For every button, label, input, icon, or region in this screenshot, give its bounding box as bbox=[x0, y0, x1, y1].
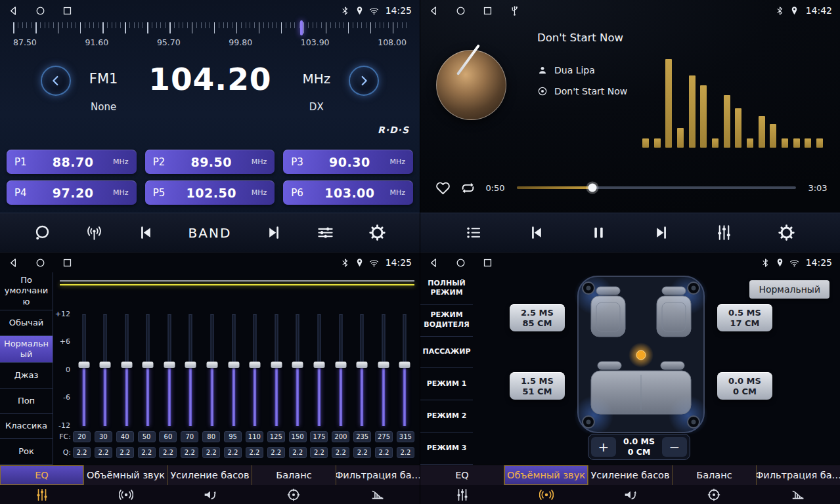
eq-slider-handle[interactable] bbox=[100, 362, 111, 368]
eq-preset-rock[interactable]: Рок bbox=[0, 439, 53, 465]
mode-driver[interactable]: РЕЖИМ ВОДИТЕЛЯ bbox=[420, 304, 473, 337]
delay-increase-button[interactable]: + bbox=[591, 437, 616, 457]
favorite-button[interactable] bbox=[435, 180, 451, 196]
eq-preset-pop[interactable]: Поп bbox=[0, 388, 53, 414]
eq-band-slider[interactable] bbox=[203, 314, 222, 426]
next-track-button[interactable] bbox=[653, 224, 671, 242]
eq-preset-default[interactable]: По умолчанию bbox=[0, 272, 53, 310]
eq-slider-handle[interactable] bbox=[143, 362, 154, 368]
broadcast-button[interactable] bbox=[85, 224, 103, 242]
next-station-button[interactable] bbox=[265, 224, 283, 242]
preset-button-p1[interactable]: P1 88.70 MHz bbox=[7, 150, 137, 174]
eq-band-slider[interactable] bbox=[246, 314, 265, 426]
back-icon[interactable] bbox=[8, 257, 19, 268]
mode-1[interactable]: РЕЖИМ 1 bbox=[420, 368, 473, 400]
eq-slider-handle[interactable] bbox=[399, 362, 410, 368]
tune-up-button[interactable] bbox=[349, 66, 379, 96]
progress-bar[interactable] bbox=[517, 186, 796, 189]
tab-bass-boost[interactable]: Усиление басов bbox=[588, 465, 673, 485]
filter-tab-icon[interactable] bbox=[756, 488, 840, 502]
tab-filter[interactable]: Фильтрация ба… bbox=[757, 465, 840, 485]
settings-button[interactable] bbox=[778, 224, 795, 242]
eq-preset-classic[interactable]: Классика bbox=[0, 414, 53, 440]
eq-preset-normal[interactable]: Нормальный bbox=[0, 336, 53, 364]
tab-balance[interactable]: Баланс bbox=[673, 465, 757, 485]
tab-eq[interactable]: EQ bbox=[0, 465, 84, 485]
tab-balance[interactable]: Баланс bbox=[252, 465, 336, 485]
previous-station-button[interactable] bbox=[137, 224, 154, 242]
eq-band-slider[interactable] bbox=[181, 314, 200, 426]
eq-band-slider[interactable] bbox=[224, 314, 243, 426]
eq-band-slider[interactable] bbox=[139, 314, 158, 426]
bass-boost-tab-icon[interactable] bbox=[168, 488, 252, 502]
soundfield-preset-button[interactable]: Нормальный bbox=[749, 280, 829, 299]
surround-tab-icon[interactable] bbox=[504, 488, 588, 502]
eq-band-slider[interactable] bbox=[160, 314, 179, 426]
mode-passenger[interactable]: ПАССАЖИР bbox=[420, 337, 473, 369]
eq-band-slider[interactable] bbox=[395, 314, 414, 426]
frequency-scale[interactable]: 87.50 91.60 95.70 99.80 103.90 108.00 bbox=[13, 22, 407, 54]
eq-slider-handle[interactable] bbox=[250, 362, 261, 368]
eq-band-slider[interactable] bbox=[288, 314, 307, 426]
eq-band-slider[interactable] bbox=[310, 314, 329, 426]
tab-eq[interactable]: EQ bbox=[420, 465, 504, 485]
eq-slider-handle[interactable] bbox=[121, 362, 132, 368]
preset-button-p5[interactable]: P5 102.50 MHz bbox=[145, 180, 275, 205]
balance-tab-icon[interactable] bbox=[672, 488, 756, 502]
delay-decrease-button[interactable]: − bbox=[662, 437, 687, 457]
bass-boost-tab-icon[interactable] bbox=[588, 488, 673, 502]
preset-button-p3[interactable]: P3 90.30 MHz bbox=[283, 150, 413, 174]
home-icon[interactable] bbox=[35, 5, 46, 16]
recents-icon[interactable] bbox=[62, 5, 73, 16]
preset-button-p4[interactable]: P4 97.20 MHz bbox=[7, 180, 137, 205]
eq-slider-handle[interactable] bbox=[164, 362, 175, 368]
tab-surround[interactable]: Объёмный звук bbox=[84, 465, 168, 485]
home-icon[interactable] bbox=[35, 257, 46, 268]
eq-slider-handle[interactable] bbox=[357, 362, 368, 368]
eq-slider-handle[interactable] bbox=[185, 362, 196, 368]
recents-icon[interactable] bbox=[62, 257, 73, 268]
eq-slider-handle[interactable] bbox=[207, 362, 218, 368]
band-button[interactable]: BAND bbox=[188, 225, 232, 241]
home-icon[interactable] bbox=[455, 257, 466, 268]
recents-icon[interactable] bbox=[482, 257, 493, 268]
filter-tab-icon[interactable] bbox=[336, 488, 420, 502]
tab-bass-boost[interactable]: Усиление басов bbox=[168, 465, 252, 485]
tab-filter[interactable]: Фильтрация ба… bbox=[336, 465, 420, 485]
eq-band-slider[interactable] bbox=[96, 314, 115, 426]
back-icon[interactable] bbox=[8, 5, 19, 16]
previous-track-button[interactable] bbox=[527, 224, 545, 242]
home-icon[interactable] bbox=[455, 5, 466, 16]
eq-slider-handle[interactable] bbox=[314, 362, 325, 368]
back-icon[interactable] bbox=[428, 5, 439, 16]
preset-button-p6[interactable]: P6 103.00 MHz bbox=[283, 180, 413, 205]
eq-band-slider[interactable] bbox=[74, 314, 93, 426]
back-icon[interactable] bbox=[428, 257, 439, 268]
scan-button[interactable] bbox=[33, 224, 51, 242]
tune-down-button[interactable] bbox=[41, 66, 71, 96]
eq-slider-handle[interactable] bbox=[78, 362, 89, 368]
tab-surround[interactable]: Объёмный звук bbox=[504, 465, 588, 485]
surround-tab-icon[interactable] bbox=[84, 488, 168, 502]
preset-button-p2[interactable]: P2 89.50 MHz bbox=[145, 150, 275, 174]
eq-band-slider[interactable] bbox=[353, 314, 372, 426]
balance-tab-icon[interactable] bbox=[252, 488, 336, 502]
eq-tab-icon[interactable] bbox=[420, 488, 504, 502]
mode-2[interactable]: РЕЖИМ 2 bbox=[420, 400, 473, 432]
recents-icon[interactable] bbox=[482, 5, 493, 16]
eq-band-slider[interactable] bbox=[374, 314, 393, 426]
eq-tab-icon[interactable] bbox=[0, 488, 84, 502]
eq-slider-handle[interactable] bbox=[271, 362, 282, 368]
eq-band-slider[interactable] bbox=[267, 314, 286, 426]
mode-full[interactable]: ПОЛНЫЙ РЕЖИМ bbox=[420, 272, 473, 304]
repeat-button[interactable] bbox=[460, 180, 476, 196]
audio-settings-button[interactable] bbox=[715, 224, 733, 242]
eq-preset-jazz[interactable]: Джаз bbox=[0, 363, 53, 388]
mode-3[interactable]: РЕЖИМ 3 bbox=[420, 432, 473, 465]
eq-band-slider[interactable] bbox=[331, 314, 350, 426]
eq-slider-handle[interactable] bbox=[378, 362, 389, 368]
progress-handle[interactable] bbox=[588, 184, 596, 192]
eq-slider-handle[interactable] bbox=[335, 362, 346, 368]
eq-preset-custom[interactable]: Обычай bbox=[0, 310, 53, 336]
equalizer-button[interactable] bbox=[317, 224, 334, 242]
